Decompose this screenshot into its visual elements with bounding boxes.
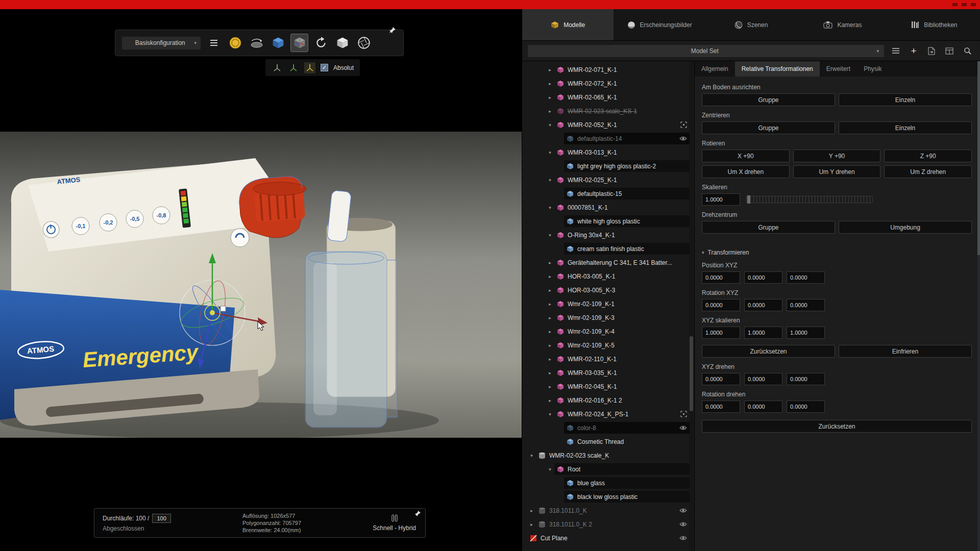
expand-arrow-icon[interactable]: ▾ [546, 412, 554, 417]
geometry-cube-icon[interactable] [269, 34, 287, 52]
window-controls[interactable] [952, 3, 976, 6]
list-menu-icon[interactable] [889, 44, 902, 58]
expand-arrow-icon[interactable]: ▾ [527, 453, 536, 458]
render-canvas[interactable]: ATMOS -0,1 -0,2 -0,5 -0,8 [0, 132, 522, 438]
expand-arrow-icon[interactable]: ▸ [546, 288, 554, 293]
position-x-input[interactable] [702, 271, 740, 284]
material-ball-icon[interactable] [226, 34, 244, 52]
tab-erscheinungsbilder[interactable]: Erscheinungsbilder [614, 9, 705, 40]
tree-item[interactable]: ▸ Wmr-02-109_K-3 [522, 311, 694, 324]
transform-section-header[interactable]: ▾ Transformieren [702, 249, 972, 256]
expand-arrow-icon[interactable]: ▾ [546, 233, 554, 238]
tree-item[interactable]: ▾ WMR-02-023 scale_K [522, 448, 694, 462]
isolate-view-icon[interactable] [680, 121, 687, 128]
isolate-view-icon[interactable] [680, 411, 687, 417]
pin-toolbar-icon[interactable] [389, 27, 396, 36]
xyz-rotate-x-input[interactable] [702, 373, 740, 385]
rotation-rotate-z-input[interactable] [787, 400, 825, 413]
rotation-rotate-y-input[interactable] [744, 400, 782, 413]
expand-arrow-icon[interactable]: ▾ [546, 467, 554, 472]
expand-arrow-icon[interactable]: ▸ [546, 95, 554, 100]
tree-item[interactable]: black low gloss plastic [522, 490, 694, 504]
expand-arrow-icon[interactable]: ▸ [546, 260, 554, 265]
expand-arrow-icon[interactable]: ▾ [546, 178, 554, 183]
search-icon[interactable] [961, 44, 974, 58]
expand-arrow-icon[interactable]: ▸ [527, 508, 536, 513]
scale-input[interactable] [702, 193, 740, 206]
pivot-group-button[interactable]: Gruppe [702, 221, 835, 234]
model-set-dropdown[interactable]: Model Set▾ [527, 44, 885, 58]
center-group-button[interactable]: Gruppe [702, 121, 835, 134]
align-floor-group-button[interactable]: Gruppe [702, 93, 835, 106]
scale-x-input[interactable] [702, 327, 740, 339]
expand-arrow-icon[interactable]: ▸ [546, 398, 554, 403]
tree-item[interactable]: ▾ WMR-02-025_K-1 [522, 173, 694, 187]
3d-viewport[interactable]: ATMOS -0,1 -0,2 -0,5 -0,8 [0, 9, 522, 551]
reset-rotate-button[interactable]: Zurücksetzen [702, 420, 972, 433]
tree-item[interactable]: defaultplastic-15 [522, 187, 694, 201]
pin-statusbar-icon[interactable] [414, 510, 421, 519]
tree-item[interactable]: ▸ WMR-02-110_K-1 [522, 352, 694, 366]
menu-hamburger-icon[interactable] [205, 34, 223, 52]
tree-item[interactable]: ▾ WMR-03-013_K-1 [522, 145, 694, 159]
tree-item[interactable]: white high gloss plastic [522, 214, 694, 228]
refresh-icon[interactable] [312, 34, 330, 52]
local-axis-icon[interactable] [304, 62, 315, 73]
tree-item[interactable]: ▸ WMR-02-065_K-1 [522, 90, 694, 104]
expand-arrow-icon[interactable]: ▸ [546, 329, 554, 334]
tree-item[interactable]: ▾ Root [522, 462, 694, 476]
tree-item[interactable]: ▸ WMR-02-072_K-1 [522, 77, 694, 90]
tree-item[interactable]: ▸ HOR-03-005_K-3 [522, 283, 694, 297]
tree-item[interactable]: ▸ Gerätehalterung C 341, E 341 Batter... [522, 256, 694, 269]
rotation-y-input[interactable] [744, 299, 782, 311]
tree-item[interactable]: ▸ Wmr-02-109_K-4 [522, 324, 694, 338]
expand-arrow-icon[interactable]: ▸ [546, 315, 554, 320]
position-y-input[interactable] [744, 271, 782, 284]
passes-value-field[interactable]: 100 [152, 514, 170, 523]
tree-scrollbar-thumb[interactable] [690, 336, 693, 411]
pivot-environment-button[interactable]: Umgebung [839, 221, 972, 234]
tree-item[interactable]: blue glass [522, 476, 694, 490]
rotate-y90-button[interactable]: Y +90 [793, 149, 881, 162]
transform-tool-icon[interactable] [290, 34, 308, 52]
rotation-x-input[interactable] [702, 299, 740, 311]
tree-item[interactable]: ▸ WMR-02-045_K-1 [522, 380, 694, 393]
visibility-eye-icon[interactable] [679, 521, 687, 527]
scale-slider[interactable] [746, 196, 873, 203]
package-box-icon[interactable] [333, 34, 351, 52]
tree-item[interactable]: ▸ WMR-03-035_K-1 [522, 366, 694, 380]
expand-arrow-icon[interactable]: ▸ [546, 343, 554, 348]
object-axis-icon[interactable] [288, 62, 299, 73]
visibility-eye-icon[interactable] [679, 136, 687, 141]
expand-arrow-icon[interactable]: ▾ [546, 122, 554, 128]
rotation-rotate-x-input[interactable] [702, 400, 740, 413]
tab-allgemein[interactable]: Allgemein [695, 61, 735, 77]
tree-item[interactable]: ▾ WMR-02-024_K_PS-1 [522, 407, 694, 421]
tree-item[interactable]: Cut Plane [522, 531, 694, 545]
expand-arrow-icon[interactable]: ▸ [546, 384, 554, 389]
rotate-around-z-button[interactable]: Um Z drehen [884, 165, 972, 178]
scale-y-input[interactable] [744, 327, 782, 339]
align-floor-single-button[interactable]: Einzeln [839, 93, 972, 106]
visibility-eye-icon[interactable] [679, 425, 687, 431]
variant-preset-dropdown[interactable]: Basiskonfiguration▾ [121, 36, 201, 50]
tree-item[interactable]: ▾ 00007851_K-1 [522, 201, 694, 214]
expand-arrow-icon[interactable]: ▸ [546, 109, 554, 114]
expand-arrow-icon[interactable]: ▸ [546, 81, 554, 86]
expand-arrow-icon[interactable]: ▾ [546, 205, 554, 210]
tree-item[interactable]: ▸ Wmr-02-109_K-5 [522, 338, 694, 352]
xyz-rotate-y-input[interactable] [744, 373, 782, 385]
tab-kameras[interactable]: Kameras [797, 9, 888, 40]
tree-item[interactable]: color-8 [522, 421, 694, 435]
tree-item[interactable]: cream satin finish plastic [522, 242, 694, 256]
import-file-icon[interactable] [925, 44, 938, 58]
freeze-transform-button[interactable]: Einfrieren [839, 345, 972, 358]
expand-arrow-icon[interactable]: ▸ [546, 302, 554, 307]
turntable-icon[interactable] [248, 34, 265, 52]
visibility-eye-icon[interactable] [679, 535, 687, 541]
tab-physik[interactable]: Physik [857, 61, 888, 77]
position-z-input[interactable] [787, 271, 825, 284]
tree-item[interactable]: ▸ WMR-02-016_K-1 2 [522, 393, 694, 407]
reset-transform-button[interactable]: Zurücksetzen [702, 345, 835, 358]
rotate-x90-button[interactable]: X +90 [702, 149, 790, 162]
